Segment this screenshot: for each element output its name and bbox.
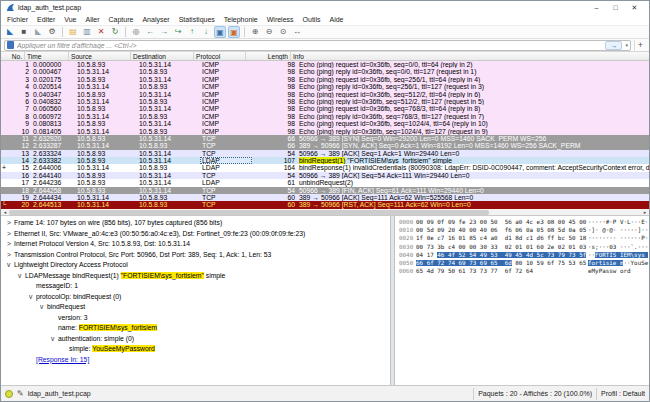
packet-row[interactable]: 30.02017510.5.8.9310.5.31.14ICMP98Echo (…	[1, 76, 649, 83]
detail-line[interactable]: >Transmission Control Protocol, Src Port…	[1, 250, 390, 261]
packet-row[interactable]: 162.64414010.5.8.9310.5.31.14TCP5450966 …	[1, 172, 649, 179]
detail-line[interactable]: vauthentication: simple (0)	[1, 334, 390, 345]
detail-line[interactable]: vLDAPMessage bindRequest(1) "FORTISIEM\s…	[1, 271, 390, 282]
packet-row[interactable]: 80.06097210.5.31.1410.5.8.93ICMP98Echo (…	[1, 113, 649, 120]
status-profile[interactable]: Profil : Default	[601, 390, 645, 397]
packet-row[interactable]: 10.00000010.5.8.9310.5.31.14ICMP98Echo (…	[1, 61, 649, 68]
packet-row[interactable]: 40.02051410.5.31.1410.5.8.93ICMP98Echo (…	[1, 83, 649, 90]
detail-line[interactable]: vprotocolOp: bindRequest (0)	[1, 292, 390, 303]
scrollbar-thumb[interactable]	[9, 210, 489, 215]
detail-line[interactable]: >Internet Protocol Version 4, Src: 10.5.…	[1, 239, 390, 250]
last-packet-icon[interactable]: ↓	[200, 26, 212, 38]
filter-bookmark-icon[interactable]	[7, 41, 14, 49]
packet-row[interactable]: 70.06056010.5.8.9310.5.31.14ICMP98Echo (…	[1, 105, 649, 112]
packet-row[interactable]: 172.64423610.5.8.9310.5.31.14LDAP61unbin…	[1, 179, 649, 186]
collapse-icon[interactable]: v	[51, 334, 58, 345]
zoom-out-icon[interactable]: ⊖	[263, 26, 275, 38]
detail-line[interactable]: name: FORTISIEM\sys_fortisiem	[1, 323, 390, 334]
response-in-link[interactable]: [Response In: 15]	[36, 356, 89, 363]
hex-row[interactable]: 001000 5d 09 20 40 00 40 06 f6 06 0a 05 …	[399, 226, 649, 234]
close-icon[interactable]: ✕	[625, 1, 644, 14]
autoscroll-icon[interactable]: ▣	[228, 26, 240, 38]
horizontal-scrollbar[interactable]: ◂ ▸	[1, 209, 649, 216]
previous-packet-icon[interactable]: ←	[144, 26, 156, 38]
filter-add-button[interactable]: +	[634, 40, 646, 51]
start-capture-icon[interactable]: ◣	[4, 26, 16, 38]
hex-row[interactable]: 003000 73 3b c4 00 00 30 33 02 01 01 60 …	[399, 243, 649, 251]
find-packet-icon[interactable]: ◎	[130, 26, 142, 38]
minimize-icon[interactable]: –	[587, 1, 606, 14]
scroll-right-icon[interactable]: ▸	[641, 209, 649, 216]
menu-item-vue[interactable]: Vue	[64, 16, 76, 23]
colorize-icon[interactable]: ▣	[214, 26, 226, 38]
packet-row[interactable]: 122.63328710.5.31.1410.5.8.93TCP66389 → …	[1, 142, 649, 149]
collapse-icon[interactable]: v	[7, 260, 14, 271]
collapse-icon[interactable]: v	[18, 271, 25, 282]
packet-row[interactable]: 60.04083210.5.31.1410.5.8.93ICMP98Echo (…	[1, 98, 649, 105]
detail-line[interactable]: vbindRequest	[1, 302, 390, 313]
collapse-icon[interactable]: v	[29, 292, 36, 303]
close-file-icon[interactable]: ✕	[95, 26, 107, 38]
hex-row[interactable]: 006065 4d 79 50 61 73 73 77 6f 72 64eMyP…	[399, 267, 649, 275]
detail-line[interactable]: >Ethernet II, Src: VMware_a0:4c:e3 (00:5…	[1, 229, 390, 240]
filter-dropdown-icon[interactable]: ▾	[625, 42, 628, 48]
menu-item-aide[interactable]: Aide	[329, 16, 343, 23]
collapse-icon[interactable]: v	[40, 302, 47, 313]
packet-row[interactable]: 142.63338210.5.8.9310.5.31.14LDAP107bind…	[1, 157, 649, 164]
zoom-in-icon[interactable]: ⊕	[249, 26, 261, 38]
menu-item-wireless[interactable]: Wireless	[267, 16, 294, 23]
zoom-100-icon[interactable]: ⊙	[277, 26, 289, 38]
column-header-source[interactable]: Source	[69, 52, 131, 60]
packet-row[interactable]: 20.00046710.5.31.1410.5.8.93ICMP98Echo (…	[1, 68, 649, 75]
save-file-icon[interactable]: ▥	[81, 26, 93, 38]
menu-item-statistiques[interactable]: Statistiques	[179, 16, 215, 23]
menu-item-aller[interactable]: Aller	[86, 16, 100, 23]
reload-file-icon[interactable]: ↻	[109, 26, 121, 38]
column-header-info[interactable]: Info	[291, 52, 649, 60]
packet-row[interactable]: 112.63292010.5.8.9310.5.31.14TCP6650966 …	[1, 135, 649, 142]
packet-row[interactable]: 100.08140510.5.31.1410.5.8.93ICMP98Echo …	[1, 128, 649, 135]
maximize-icon[interactable]: □	[606, 1, 625, 14]
expand-icon[interactable]: >	[7, 218, 14, 229]
packet-row[interactable]: 182.64425810.5.8.9310.5.31.14TCP5450966 …	[1, 187, 649, 194]
packet-row[interactable]: 50.04034710.5.8.9310.5.31.14ICMP98Echo (…	[1, 91, 649, 98]
menu-item-outils[interactable]: Outils	[303, 16, 321, 23]
detail-line[interactable]: messageID: 1	[1, 281, 390, 292]
hex-row[interactable]: 000000 09 0f 09 fe 23 00 50 56 a0 4c e3 …	[399, 218, 649, 226]
detail-line[interactable]: [Response In: 15]	[1, 355, 390, 366]
column-header-protocol[interactable]: Protocol	[194, 52, 246, 60]
detail-line[interactable]: simple: YouSeeMyPassword	[1, 344, 390, 355]
expert-info-icon[interactable]	[5, 390, 13, 398]
display-filter-input[interactable]: Appliquer un filtre d'affichage ... <Ctr…	[4, 40, 631, 51]
resize-columns-icon[interactable]: ↔	[291, 26, 303, 38]
packet-row[interactable]: +152.64400610.5.31.1410.5.8.93LDAP164bin…	[1, 164, 649, 171]
open-file-icon[interactable]: ▤	[67, 26, 79, 38]
menu-item-fichier[interactable]: Fichier	[7, 16, 28, 23]
capture-options-icon[interactable]: ⚙	[46, 26, 58, 38]
hex-row[interactable]: 004004 17 46 4f 52 54 49 53 49 45 4d 5c …	[399, 251, 649, 259]
column-header-destination[interactable]: Destination	[131, 52, 194, 60]
first-packet-icon[interactable]: ↑	[186, 26, 198, 38]
menu-item-telephonie[interactable]: Telephonie	[224, 16, 258, 23]
column-header-no[interactable]: No.	[1, 52, 25, 60]
hex-row[interactable]: 00201f 0e c7 16 01 85 c4 a0 d1 8d c1 d6 …	[399, 234, 649, 242]
menu-item-analyser[interactable]: Analyser	[142, 16, 169, 23]
goto-packet-icon[interactable]: ↪	[172, 26, 184, 38]
detail-line[interactable]: >Frame 14: 107 bytes on wire (856 bits),…	[1, 218, 390, 229]
scrollbar-track[interactable]	[9, 209, 641, 216]
capture-comment-icon[interactable]: ✎	[17, 389, 24, 398]
detail-line[interactable]: version: 3	[1, 313, 390, 324]
packet-row[interactable]: 132.63332410.5.8.9310.5.31.14TCP5450966 …	[1, 150, 649, 157]
column-header-time[interactable]: Time	[25, 52, 69, 60]
packet-row[interactable]: 90.08081310.5.8.9310.5.31.14ICMP98Echo (…	[1, 120, 649, 127]
restart-capture-icon[interactable]: ◣	[32, 26, 44, 38]
filter-apply-icon[interactable]: →	[605, 41, 622, 50]
menu-item-editer[interactable]: Editer	[37, 16, 55, 23]
column-header-length[interactable]: Length	[246, 52, 291, 60]
stop-capture-icon[interactable]: ■	[18, 26, 30, 38]
detail-line[interactable]: vLightweight Directory Access Protocol	[1, 260, 390, 271]
scroll-left-icon[interactable]: ◂	[1, 209, 9, 216]
expand-icon[interactable]: >	[7, 239, 14, 250]
next-packet-icon[interactable]: →	[158, 26, 170, 38]
expand-icon[interactable]: >	[7, 229, 14, 240]
